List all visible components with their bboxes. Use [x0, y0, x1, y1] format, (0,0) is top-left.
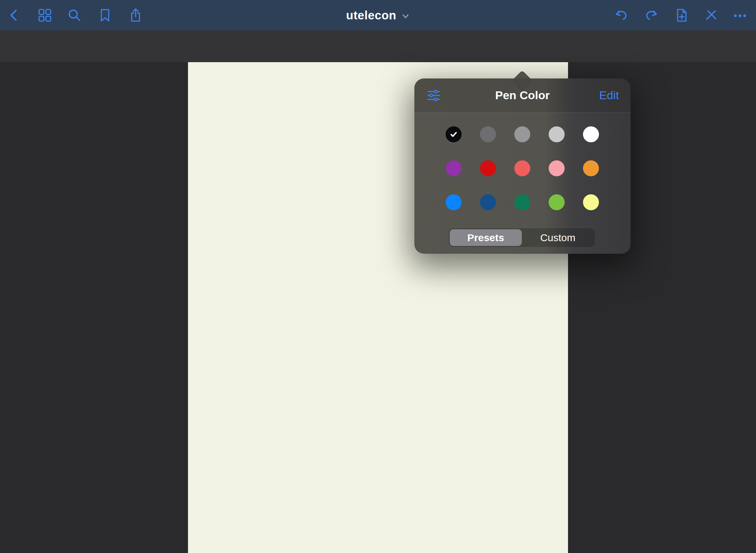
color-swatch-gray[interactable]: [514, 126, 530, 142]
stylus-cross-icon[interactable]: [703, 7, 719, 23]
color-swatch-blue[interactable]: [446, 194, 462, 210]
color-swatch-dark-gray[interactable]: [480, 126, 496, 142]
color-swatch-pink[interactable]: [549, 160, 565, 176]
add-page-icon[interactable]: [674, 7, 689, 23]
tool-bar: [0, 30, 756, 62]
color-swatch-white[interactable]: [583, 126, 599, 142]
app-screen: utelecon: [0, 0, 756, 553]
color-swatch-orange[interactable]: [583, 160, 599, 176]
tab-presets[interactable]: Presets: [450, 229, 522, 246]
color-swatch-coral[interactable]: [514, 160, 530, 176]
color-swatch-red[interactable]: [480, 160, 496, 176]
canvas-area: [0, 62, 756, 553]
checkmark-icon: [449, 130, 458, 139]
chevron-down-icon: [401, 12, 410, 21]
color-swatch-green[interactable]: [549, 194, 565, 210]
popover-title: Pen Color: [414, 89, 631, 102]
top-navigation-bar: utelecon: [0, 0, 756, 30]
page-title: utelecon: [346, 8, 396, 22]
popover-header: Pen Color Edit: [414, 78, 631, 112]
color-swatch-black[interactable]: [446, 126, 462, 142]
swatch-grid: [446, 126, 599, 210]
color-swatch-navy[interactable]: [480, 194, 496, 210]
redo-icon[interactable]: [644, 7, 659, 23]
edit-button[interactable]: Edit: [599, 89, 619, 102]
more-icon[interactable]: [732, 7, 748, 23]
presets-custom-segmented-control: Presets Custom: [449, 228, 595, 247]
color-swatch-teal-green[interactable]: [514, 194, 530, 210]
color-swatch-pale-yellow[interactable]: [583, 194, 599, 210]
color-swatch-light-gray[interactable]: [549, 126, 565, 142]
color-swatch-purple[interactable]: [446, 160, 462, 176]
document-title-button[interactable]: utelecon: [0, 0, 756, 30]
pen-color-popover: Pen Color Edit Presets Custom: [414, 78, 631, 254]
undo-icon[interactable]: [613, 7, 629, 23]
tab-custom[interactable]: Custom: [522, 229, 594, 246]
